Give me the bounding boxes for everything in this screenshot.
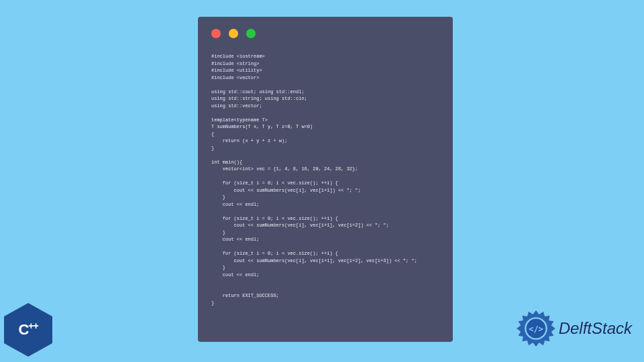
cpp-label: C++ bbox=[18, 320, 38, 339]
delftstack-text: DelftStack bbox=[559, 319, 632, 338]
code-block: #include <iostream> #include <string> #i… bbox=[211, 53, 439, 306]
code-window: #include <iostream> #include <string> #i… bbox=[198, 17, 453, 342]
close-icon bbox=[211, 29, 221, 38]
delftstack-logo: </> DelftStack bbox=[516, 308, 632, 349]
cpp-plus: ++ bbox=[28, 320, 38, 331]
cpp-c: C bbox=[18, 322, 28, 339]
code-tag-icon: </> bbox=[529, 324, 543, 334]
maximize-icon bbox=[246, 29, 256, 38]
minimize-icon bbox=[229, 29, 238, 38]
window-traffic-lights bbox=[211, 29, 439, 38]
gear-icon: </> bbox=[516, 308, 556, 349]
cpp-hexagon-icon: C++ bbox=[4, 303, 52, 357]
cpp-language-badge: C++ bbox=[4, 303, 56, 357]
